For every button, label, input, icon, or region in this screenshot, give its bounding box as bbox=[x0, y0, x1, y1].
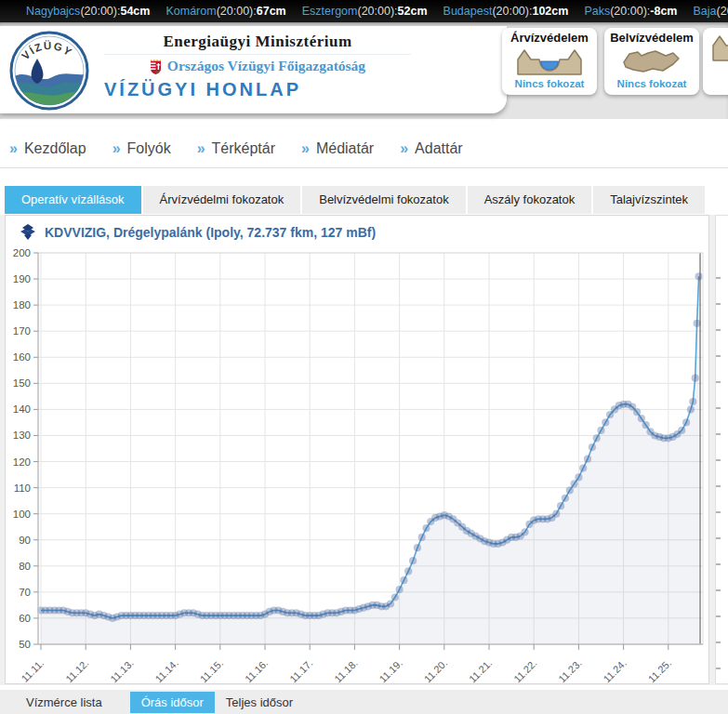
third-box-status: I. bbox=[703, 64, 728, 75]
svg-text:180: 180 bbox=[13, 299, 31, 311]
svg-text:90: 90 bbox=[19, 535, 31, 546]
svg-text:11.16.: 11.16. bbox=[243, 657, 271, 684]
svg-text:11.15.: 11.15. bbox=[198, 657, 226, 684]
flood-protection-status: Nincs fokozat bbox=[502, 78, 597, 89]
water-level-chart[interactable]: 5060708090100110120130140150160170180190… bbox=[6, 244, 708, 684]
svg-text:100: 100 bbox=[13, 509, 31, 520]
hungary-map-icon bbox=[604, 45, 699, 78]
ticker-station-value: 102cm bbox=[532, 5, 568, 18]
tab-aszály-fokozatok[interactable]: Aszály fokozatok bbox=[468, 186, 592, 214]
svg-text:11.24.: 11.24. bbox=[601, 657, 629, 684]
bottom-tab-vízmérce-lista[interactable]: Vízmérce lista bbox=[15, 692, 113, 713]
header-band: VÍZÜGY Energiaügyi Minisztérium bbox=[0, 22, 728, 119]
svg-text:60: 60 bbox=[19, 613, 31, 624]
bottom-tab-teljes-idősor[interactable]: Teljes idősor bbox=[215, 692, 304, 713]
nav-item-label: Térképtár bbox=[212, 140, 275, 157]
nav-item-label: Adattár bbox=[415, 140, 463, 157]
ticker-station-time: (20:00): bbox=[717, 5, 728, 18]
nav-item-térképtár[interactable]: »Térképtár bbox=[197, 140, 275, 157]
chevron-right-icon: » bbox=[9, 140, 18, 157]
chevron-right-icon: » bbox=[113, 140, 121, 157]
ticker-station-link[interactable]: Esztergom bbox=[302, 5, 358, 18]
nav-item-folyók[interactable]: »Folyók bbox=[113, 140, 171, 157]
ticker-station-value: 67cm bbox=[257, 5, 286, 18]
svg-text:11.20.: 11.20. bbox=[422, 657, 450, 684]
inland-water-title: Belvízvédelem bbox=[604, 31, 699, 45]
ministry-title: Energiaügyi Minisztérium bbox=[104, 33, 411, 51]
ticker-station-nagybajcs: Nagybajcs(20:00):54cm bbox=[26, 5, 150, 18]
ticker-station-baja: Baja(20:00):143cm bbox=[693, 5, 728, 18]
header-card: VÍZÜGY Energiaügyi Minisztérium bbox=[0, 26, 507, 113]
header-titles: Energiaügyi Minisztérium Országos Vízügy… bbox=[104, 33, 411, 100]
svg-text:160: 160 bbox=[13, 351, 31, 363]
ticker-station-link[interactable]: Baja bbox=[693, 5, 716, 18]
hungary-coat-of-arms-icon bbox=[150, 59, 162, 74]
svg-text:190: 190 bbox=[13, 273, 31, 284]
ticker-station-link[interactable]: Paks bbox=[584, 5, 610, 18]
chevron-right-icon: » bbox=[400, 140, 408, 157]
riverbed-cross-section-icon bbox=[502, 45, 597, 78]
vizugy-page: Nagybajcs(20:00):54cmKomárom(20:00):67cm… bbox=[0, 0, 728, 714]
ticker-station-value: -8cm bbox=[650, 5, 677, 18]
inland-water-box[interactable]: Belvízvédelem Nincs fokozat bbox=[604, 28, 699, 95]
nav-item-adattár[interactable]: »Adattár bbox=[400, 140, 463, 157]
tab-operatív-vízállások[interactable]: Operatív vízállások bbox=[5, 186, 141, 214]
ticker-station-esztergom: Esztergom(20:00):52cm bbox=[302, 5, 428, 18]
tab-belvízvédelmi-fokozatok[interactable]: Belvízvédelmi fokozatok bbox=[302, 186, 465, 214]
chart-title-row: KDVVIZIG, Drégelypalánk (Ipoly, 72.737 f… bbox=[6, 216, 708, 241]
svg-text:11.14.: 11.14. bbox=[152, 657, 180, 684]
chevron-right-icon: » bbox=[301, 140, 310, 157]
nav-item-médiatár[interactable]: »Médiatár bbox=[301, 140, 374, 157]
nav-item-label: Kezdőlap bbox=[24, 140, 86, 157]
ticker-station-budapest: Budapest(20:00):102cm bbox=[443, 5, 569, 18]
ticker-station-link[interactable]: Budapest bbox=[443, 5, 493, 18]
ticker-station-value: 54cm bbox=[120, 5, 150, 18]
svg-text:11.23.: 11.23. bbox=[556, 657, 584, 684]
flood-protection-box[interactable]: Árvízvédelem Nincs fokozat bbox=[502, 28, 597, 95]
nav-divider bbox=[0, 167, 728, 168]
svg-text:120: 120 bbox=[13, 456, 31, 468]
ticker-station-link[interactable]: Komárom bbox=[165, 5, 216, 18]
svg-text:110: 110 bbox=[14, 483, 31, 494]
chart-panel: KDVVIZIG, Drégelypalánk (Ipoly, 72.737 f… bbox=[5, 215, 709, 684]
ticker-station-time: (20:00): bbox=[610, 5, 650, 18]
svg-text:11.11.: 11.11. bbox=[19, 657, 46, 684]
ticker-station-paks: Paks(20:00):-8cm bbox=[584, 5, 677, 18]
svg-text:200: 200 bbox=[13, 247, 31, 258]
svg-text:11.22.: 11.22. bbox=[511, 657, 539, 684]
svg-text:130: 130 bbox=[13, 430, 31, 441]
svg-text:170: 170 bbox=[13, 325, 31, 337]
content-tabs: Operatív vízállásokÁrvízvédelmi fokozato… bbox=[5, 186, 728, 214]
svg-text:150: 150 bbox=[13, 377, 31, 389]
svg-text:11.12.: 11.12. bbox=[63, 657, 91, 684]
ticker-station-value: 52cm bbox=[398, 5, 428, 18]
bottom-tab-bar: Vízmérce listaÓrás idősorTeljes idősor bbox=[0, 690, 728, 714]
vizugy-logo[interactable]: VÍZÜGY bbox=[9, 31, 89, 111]
nav-item-kezdőlap[interactable]: »Kezdőlap bbox=[9, 140, 86, 157]
flood-protection-title: Árvízvédelem bbox=[502, 31, 597, 45]
riverbed-cross-section-icon bbox=[703, 31, 728, 64]
svg-text:11.21.: 11.21. bbox=[467, 657, 495, 684]
third-status-box[interactable]: I. bbox=[703, 28, 728, 95]
main-navigation: »Kezdőlap»Folyók»Térképtár»Médiatár»Adat… bbox=[0, 119, 728, 164]
nav-item-label: Médiatár bbox=[316, 140, 374, 157]
tab-talajvízszintek[interactable]: Talajvízszintek bbox=[593, 186, 705, 214]
water-level-ticker: Nagybajcs(20:00):54cmKomárom(20:00):67cm… bbox=[0, 0, 728, 22]
ticker-station-time: (20:00): bbox=[357, 5, 397, 18]
svg-text:50: 50 bbox=[19, 639, 31, 650]
ticker-station-link[interactable]: Nagybajcs bbox=[26, 5, 80, 18]
nav-item-label: Folyók bbox=[127, 140, 171, 157]
bottom-tab-órás-idősor[interactable]: Órás idősor bbox=[130, 692, 215, 713]
svg-text:11.18.: 11.18. bbox=[332, 657, 360, 684]
chart-zone: KDVVIZIG, Drégelypalánk (Ipoly, 72.737 f… bbox=[0, 215, 728, 685]
svg-text:11.17.: 11.17. bbox=[287, 657, 315, 684]
ticker-station-time: (20:00): bbox=[217, 5, 257, 18]
ticker-station-time: (20:00): bbox=[492, 5, 532, 18]
site-title: VÍZÜGYI HONLAP bbox=[104, 79, 411, 100]
tab-árvízvédelmi-fokozatok[interactable]: Árvízvédelmi fokozatok bbox=[143, 186, 301, 214]
svg-text:11.25.: 11.25. bbox=[646, 657, 674, 684]
svg-text:11.13.: 11.13. bbox=[108, 657, 136, 684]
chevron-right-icon: » bbox=[197, 140, 205, 157]
inland-water-status: Nincs fokozat bbox=[604, 78, 699, 89]
station-icon bbox=[19, 224, 37, 241]
